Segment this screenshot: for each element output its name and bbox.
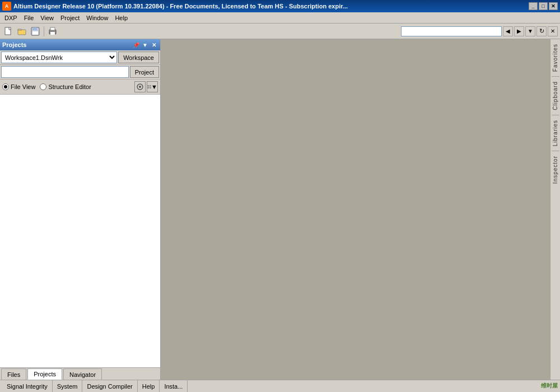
file-view-label: File View <box>11 83 35 90</box>
svg-rect-0 <box>5 27 11 35</box>
project-input[interactable] <box>1 66 129 78</box>
svg-rect-7 <box>50 27 55 30</box>
svg-rect-13 <box>148 87 150 89</box>
svg-rect-12 <box>150 85 151 87</box>
structure-editor-radio[interactable]: Structure Editor <box>40 83 91 90</box>
search-input[interactable] <box>401 26 502 36</box>
menu-help[interactable]: Help <box>111 13 131 22</box>
status-help[interactable]: Help <box>138 380 160 392</box>
view-icon-btn-2[interactable]: ▼ <box>147 81 158 92</box>
panel-header-icons: 📌 ▼ ✕ <box>132 41 158 49</box>
left-panel: Projects 📌 ▼ ✕ Workspace1.DsnWrk Workspa… <box>0 39 161 380</box>
nav-back-button[interactable]: ◀ <box>503 26 513 36</box>
print-button[interactable] <box>46 25 59 38</box>
toolbar-separator <box>44 26 44 36</box>
svg-rect-8 <box>50 32 55 35</box>
svg-rect-11 <box>148 85 150 87</box>
projects-tree <box>0 95 160 367</box>
tab-projects[interactable]: Projects <box>27 368 62 380</box>
file-view-radio[interactable]: File View <box>2 83 35 90</box>
status-system[interactable]: System <box>53 380 83 392</box>
svg-rect-5 <box>32 31 38 35</box>
svg-point-10 <box>139 86 141 88</box>
main-layout: Projects 📌 ▼ ✕ Workspace1.DsnWrk Workspa… <box>0 39 560 380</box>
nav-forward-button[interactable]: ▶ <box>514 26 524 36</box>
status-bar: Signal Integrity System Design Compiler … <box>0 380 560 392</box>
sidebar-separator-3 <box>552 151 559 151</box>
restore-button[interactable]: □ <box>539 2 548 10</box>
new-button[interactable] <box>2 25 15 38</box>
sidebar-separator-2 <box>552 115 559 115</box>
nav-refresh-button[interactable]: ↻ <box>536 26 547 36</box>
svg-rect-14 <box>150 87 151 89</box>
close-button[interactable]: ✕ <box>549 2 558 10</box>
menu-window[interactable]: Window <box>83 13 111 22</box>
svg-rect-4 <box>32 27 37 30</box>
title-text: Altium Designer Release 10 (Platform 10.… <box>13 3 529 10</box>
main-area <box>161 39 550 380</box>
project-button[interactable]: Project <box>130 66 159 78</box>
tab-navigator[interactable]: Navigator <box>63 368 102 380</box>
sidebar-label-clipboard[interactable]: Clipboard <box>552 79 558 113</box>
search-box-container: ◀ ▶ ▼ ↻ ✕ <box>401 26 558 36</box>
menu-view[interactable]: View <box>37 13 57 22</box>
toolbar: ◀ ▶ ▼ ↻ ✕ <box>0 24 560 39</box>
right-sidebar: Favorites Clipboard Libraries Inspector <box>550 39 560 380</box>
title-bar: A Altium Designer Release 10 (Platform 1… <box>0 0 560 12</box>
projects-toolbar-1: Workspace1.DsnWrk Workspace <box>0 50 160 65</box>
sidebar-label-libraries[interactable]: Libraries <box>552 118 558 148</box>
save-button[interactable] <box>29 25 41 38</box>
open-button[interactable] <box>16 25 28 38</box>
nav-stop-button[interactable]: ✕ <box>548 26 558 36</box>
app-icon: A <box>2 2 11 11</box>
status-insta[interactable]: Insta... <box>160 380 188 392</box>
panel-close-icon[interactable]: ✕ <box>150 41 158 49</box>
sidebar-label-favorites[interactable]: Favorites <box>552 41 558 74</box>
view-icon-btn-1[interactable] <box>134 81 146 92</box>
menu-project[interactable]: Project <box>57 13 83 22</box>
projects-panel-header: Projects 📌 ▼ ✕ <box>0 39 160 50</box>
watermark: 维时屋 <box>541 382 558 390</box>
menu-bar: DXP File View Project Window Help <box>0 12 560 24</box>
structure-editor-label: Structure Editor <box>48 83 91 90</box>
view-icon-buttons: ▼ <box>134 81 158 92</box>
view-options: File View Structure Editor ▼ <box>0 80 160 95</box>
menu-file[interactable]: File <box>21 13 38 22</box>
sidebar-label-inspector[interactable]: Inspector <box>552 153 558 186</box>
sidebar-separator-1 <box>552 76 559 77</box>
panel-pin-icon[interactable]: 📌 <box>132 41 140 49</box>
svg-rect-2 <box>18 29 21 30</box>
minimize-button[interactable]: _ <box>529 2 538 10</box>
tab-files[interactable]: Files <box>1 368 26 380</box>
workspace-select[interactable]: Workspace1.DsnWrk <box>1 52 117 63</box>
bottom-tabs: Files Projects Navigator <box>0 367 160 380</box>
projects-panel-title: Projects <box>2 41 26 48</box>
workspace-button[interactable]: Workspace <box>118 52 159 63</box>
structure-editor-radio-circle <box>40 83 46 90</box>
nav-down-button[interactable]: ▼ <box>525 26 535 36</box>
menu-dxp[interactable]: DXP <box>1 13 21 22</box>
status-signal-integrity[interactable]: Signal Integrity <box>2 380 53 392</box>
status-design-compiler[interactable]: Design Compiler <box>82 380 137 392</box>
projects-toolbar-2: Project <box>0 65 160 80</box>
panel-menu-icon[interactable]: ▼ <box>141 41 149 49</box>
window-controls: _ □ ✕ <box>529 2 558 10</box>
file-view-radio-circle <box>2 83 9 90</box>
